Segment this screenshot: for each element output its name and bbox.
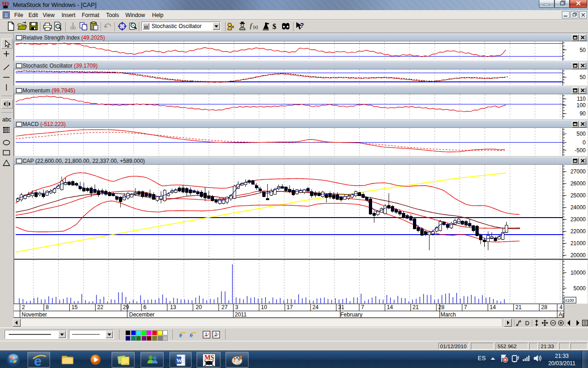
svg-text:20000: 20000 bbox=[571, 252, 586, 259]
svg-text:MS: MS bbox=[2, 0, 10, 6]
svg-text:28: 28 bbox=[438, 304, 445, 310]
svg-text:March: March bbox=[441, 311, 456, 318]
svg-text:28: 28 bbox=[541, 304, 548, 310]
svg-text:15: 15 bbox=[72, 304, 78, 310]
svg-text:e: e bbox=[179, 331, 182, 339]
svg-text:23000: 23000 bbox=[571, 216, 586, 223]
svg-text:0: 0 bbox=[582, 139, 586, 146]
svg-text:?: ? bbox=[300, 22, 304, 29]
svg-text:17: 17 bbox=[287, 304, 293, 310]
svg-text:D: D bbox=[525, 320, 529, 327]
svg-text:31: 31 bbox=[338, 304, 345, 310]
svg-text:November: November bbox=[22, 311, 47, 318]
svg-text:MS: MS bbox=[204, 354, 214, 361]
svg-text:50: 50 bbox=[580, 74, 586, 80]
svg-text:22000: 22000 bbox=[571, 228, 586, 235]
svg-text:x100: x100 bbox=[565, 298, 574, 303]
svg-text:24000: 24000 bbox=[571, 204, 586, 211]
svg-text:1: 1 bbox=[205, 332, 208, 337]
svg-text:7: 7 bbox=[464, 304, 467, 310]
svg-text:22: 22 bbox=[97, 304, 104, 310]
svg-text:27: 27 bbox=[221, 304, 228, 310]
svg-text:100: 100 bbox=[577, 102, 586, 109]
svg-text:3: 3 bbox=[235, 304, 238, 310]
svg-text:21: 21 bbox=[515, 304, 522, 310]
svg-text:21: 21 bbox=[413, 304, 419, 310]
svg-text:5000: 5000 bbox=[573, 285, 586, 292]
svg-text:10000: 10000 bbox=[571, 270, 586, 276]
svg-text:110: 110 bbox=[577, 96, 586, 102]
svg-text:13: 13 bbox=[170, 304, 176, 310]
svg-text:14: 14 bbox=[490, 304, 496, 310]
svg-text:27000: 27000 bbox=[571, 168, 586, 175]
svg-text:29: 29 bbox=[123, 304, 130, 310]
svg-text:24: 24 bbox=[312, 304, 319, 310]
svg-text:e: e bbox=[190, 331, 193, 339]
svg-text:6: 6 bbox=[143, 304, 147, 310]
svg-text:Ap: Ap bbox=[559, 311, 564, 318]
svg-text:2: 2 bbox=[215, 332, 217, 337]
svg-text:4: 4 bbox=[560, 304, 563, 310]
svg-text:2011: 2011 bbox=[235, 311, 247, 318]
svg-text:21000: 21000 bbox=[571, 240, 586, 247]
svg-text:50: 50 bbox=[580, 47, 586, 53]
svg-text:2: 2 bbox=[22, 304, 25, 310]
svg-text:8: 8 bbox=[46, 304, 49, 310]
svg-text:February: February bbox=[340, 311, 362, 318]
svg-text:90: 90 bbox=[580, 110, 586, 117]
svg-text:December: December bbox=[129, 311, 154, 318]
svg-text:-500: -500 bbox=[575, 147, 586, 154]
svg-text:10: 10 bbox=[261, 304, 267, 310]
svg-text:W: W bbox=[176, 357, 182, 364]
svg-text:f: f bbox=[250, 22, 253, 29]
svg-text:$: $ bbox=[272, 22, 277, 31]
svg-text:20: 20 bbox=[196, 304, 202, 310]
svg-text:26000: 26000 bbox=[571, 180, 586, 187]
svg-text:(x): (x) bbox=[253, 25, 258, 29]
svg-text:500: 500 bbox=[577, 131, 586, 137]
svg-text:abc: abc bbox=[2, 116, 11, 123]
svg-text:7: 7 bbox=[361, 304, 364, 310]
svg-text:25000: 25000 bbox=[571, 192, 586, 199]
svg-text:14: 14 bbox=[387, 304, 393, 310]
